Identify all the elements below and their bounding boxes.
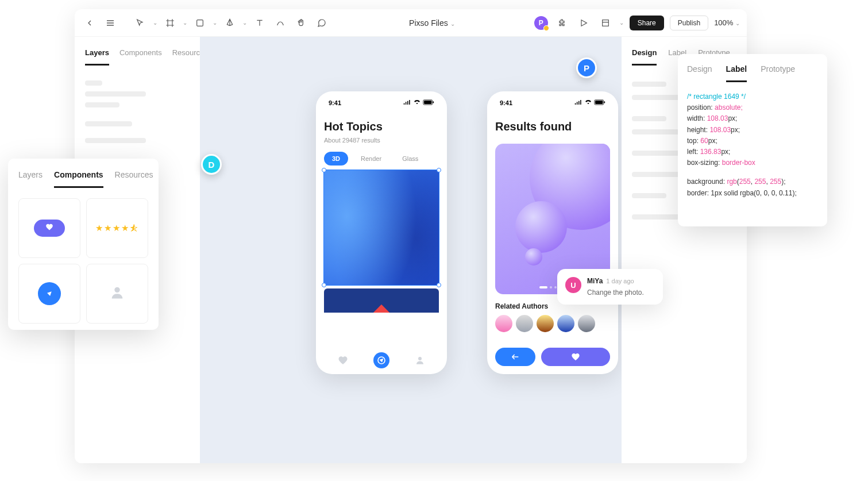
property-placeholder (632, 116, 666, 121)
component-rating-stars[interactable]: ★★★★⯪ (86, 198, 148, 258)
frame-tool[interactable] (162, 15, 178, 31)
layer-placeholder (85, 80, 102, 86)
shape-tool[interactable] (192, 15, 208, 31)
tab-3d[interactable]: 3D (324, 152, 348, 166)
status-icons (403, 99, 434, 106)
back-button[interactable] (82, 15, 98, 31)
svg-rect-4 (433, 101, 434, 103)
comment-avatar: U (565, 277, 581, 293)
status-time: 9:41 (329, 99, 341, 106)
share-button[interactable]: Share (630, 16, 664, 30)
toolbar-right-group: P ⌄ Share Publish 100% ⌄ (534, 15, 740, 31)
label-panel-overlay: Design Label Prototype /* rectangle 1649… (678, 54, 827, 226)
nav-likes[interactable] (335, 352, 351, 368)
tab-design[interactable]: Design (632, 48, 657, 66)
artboard-hot-topics[interactable]: 9:41 Hot Topics About 29487 results 3D R… (316, 91, 447, 374)
path-tool[interactable] (272, 15, 288, 31)
comment-tool[interactable] (314, 15, 330, 31)
main-toolbar: ⌄ ⌄ ⌄ ⌄ Pixso Files ⌄ P ⌄ Share Publish … (75, 9, 747, 37)
svg-point-6 (418, 357, 422, 360)
author-avatar[interactable] (516, 315, 533, 332)
component-person-icon[interactable] (86, 264, 148, 324)
collaborator-cursor-p: P (576, 57, 597, 78)
component-compass-button[interactable] (18, 264, 80, 324)
tab-resources[interactable]: Resources (115, 170, 153, 188)
tab-components[interactable]: Components (119, 48, 162, 66)
layer-placeholder (85, 102, 119, 107)
property-placeholder (632, 82, 666, 87)
status-icons (574, 99, 605, 106)
pen-tool[interactable] (222, 15, 238, 31)
action-buttons (495, 348, 610, 366)
nav-explore[interactable] (373, 352, 389, 368)
tab-glass[interactable]: Glass (394, 152, 426, 166)
screen-title: Hot Topics (324, 120, 439, 133)
user-avatar[interactable]: P (534, 16, 548, 30)
tab-components[interactable]: Components (54, 170, 103, 188)
file-title[interactable]: Pixso Files ⌄ (330, 18, 534, 28)
menu-button[interactable] (102, 15, 118, 31)
components-panel-overlay: Layers Components Resources ★★★★⯪ (8, 159, 159, 330)
author-avatar[interactable] (495, 315, 512, 332)
layer-placeholder (85, 91, 146, 97)
label-overlay-tabs: Design Label Prototype (687, 64, 818, 82)
comment-timestamp: 1 day ago (606, 278, 634, 284)
resize-handle-tr[interactable] (437, 168, 441, 172)
author-avatar[interactable] (578, 315, 595, 332)
tab-layers[interactable]: Layers (18, 170, 43, 188)
svg-point-11 (114, 287, 119, 293)
tab-design[interactable]: Design (687, 64, 712, 82)
status-bar: 9:41 (495, 99, 610, 106)
plugins-button[interactable] (554, 15, 570, 31)
author-avatars (495, 315, 610, 332)
tab-label[interactable]: Label (726, 64, 747, 82)
canvas[interactable]: 9:41 Hot Topics About 29487 results 3D R… (200, 37, 622, 463)
tab-layers[interactable]: Layers (85, 48, 109, 66)
comment-text: Change the photo. (587, 288, 644, 297)
selected-image[interactable] (324, 170, 439, 285)
left-panel-tabs: Layers Components Resources (75, 37, 200, 66)
svg-rect-9 (595, 101, 603, 104)
author-avatar[interactable] (557, 315, 574, 332)
play-button[interactable] (576, 15, 592, 31)
collaborator-cursor-d: D (201, 154, 222, 175)
secondary-image[interactable] (324, 288, 439, 313)
comment-author: MiYa (587, 277, 603, 285)
author-avatar[interactable] (537, 315, 554, 332)
tab-render[interactable]: Render (353, 152, 389, 166)
css-code-output[interactable]: /* rectangle 1649 */ position: absolute;… (687, 91, 818, 199)
layer-placeholder (85, 121, 132, 126)
publish-button[interactable]: Publish (670, 16, 708, 30)
share-button[interactable] (495, 348, 535, 366)
nav-profile[interactable] (412, 352, 428, 368)
status-time: 9:41 (500, 99, 512, 106)
screen-subtitle: About 29487 results (324, 137, 439, 144)
svg-rect-10 (604, 101, 605, 103)
toolbar-left-group: ⌄ ⌄ ⌄ ⌄ (82, 15, 330, 31)
layout-button[interactable] (597, 15, 614, 31)
layer-placeholder (85, 138, 146, 143)
property-placeholder (632, 193, 666, 198)
tab-prototype[interactable]: Prototype (761, 64, 795, 82)
resize-handle-br[interactable] (437, 283, 441, 287)
svg-rect-1 (602, 20, 608, 26)
component-heart-button[interactable] (18, 198, 80, 258)
screen-title: Results found (495, 120, 610, 133)
resize-handle-bl[interactable] (322, 283, 326, 287)
artboard-results[interactable]: 9:41 Results found Related Authors (487, 91, 618, 374)
hand-tool[interactable] (293, 15, 309, 31)
comment-bubble[interactable]: U MiYa1 day ago Change the photo. (557, 269, 663, 305)
svg-rect-0 (197, 20, 203, 26)
text-tool[interactable] (252, 15, 268, 31)
resize-handle-tl[interactable] (322, 168, 326, 172)
select-tool[interactable] (132, 15, 148, 31)
like-button[interactable] (541, 348, 610, 366)
zoom-control[interactable]: 100% ⌄ (714, 18, 740, 27)
comment-body: MiYa1 day ago Change the photo. (587, 277, 644, 297)
filter-tabs: 3D Render Glass (324, 152, 439, 166)
svg-rect-3 (424, 101, 431, 104)
app-window: ⌄ ⌄ ⌄ ⌄ Pixso Files ⌄ P ⌄ Share Publish … (75, 9, 747, 463)
bottom-nav (324, 352, 439, 368)
components-grid: ★★★★⯪ (18, 198, 148, 324)
components-overlay-tabs: Layers Components Resources (18, 170, 148, 188)
